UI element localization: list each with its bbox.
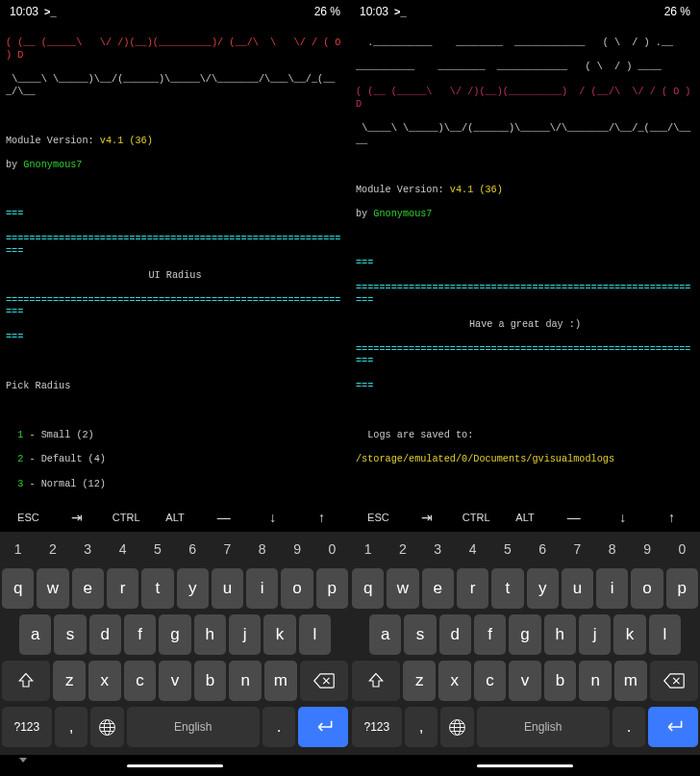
key-h[interactable]: h <box>544 614 576 655</box>
extrakey-alt[interactable]: ALT <box>151 512 200 523</box>
key-1[interactable]: 1 <box>2 536 34 563</box>
key-n[interactable]: n <box>229 661 262 701</box>
key-r[interactable]: r <box>107 568 138 609</box>
key-v[interactable]: v <box>159 661 191 701</box>
key-language[interactable] <box>440 707 474 747</box>
key-symbols[interactable]: ?123 <box>2 707 52 747</box>
key-n[interactable]: n <box>579 661 612 701</box>
key-l[interactable]: l <box>649 614 681 655</box>
key-comma[interactable]: , <box>55 707 88 747</box>
key-f[interactable]: f <box>474 614 506 655</box>
key-m[interactable]: m <box>614 661 647 701</box>
extrakey-ctrl[interactable]: CTRL <box>452 512 501 523</box>
key-space[interactable]: English <box>477 707 610 747</box>
key-g[interactable]: g <box>159 614 190 655</box>
terminal-left[interactable]: ( (__ (_____\ \/ /)(__)(_________)/ (__/… <box>0 23 350 503</box>
key-q[interactable]: q <box>2 568 34 609</box>
key-t[interactable]: t <box>141 568 173 609</box>
key-shift[interactable] <box>2 661 50 701</box>
key-5[interactable]: 5 <box>141 536 173 563</box>
key-u[interactable]: u <box>212 568 243 609</box>
extrakey-tab[interactable]: ⇥ <box>403 510 452 525</box>
key-enter[interactable] <box>298 707 348 747</box>
key-9[interactable]: 9 <box>281 536 312 563</box>
terminal-right[interactable]: .__________ ________ ____________ ( \ / … <box>350 23 700 503</box>
key-2[interactable]: 2 <box>37 536 68 563</box>
key-g[interactable]: g <box>509 614 540 655</box>
key-8[interactable]: 8 <box>596 536 628 563</box>
key-s[interactable]: s <box>404 614 436 655</box>
key-k[interactable]: k <box>613 614 645 655</box>
key-a[interactable]: a <box>369 614 401 655</box>
key-x[interactable]: x <box>88 661 121 701</box>
key-0[interactable]: 0 <box>316 536 348 563</box>
key-e[interactable]: e <box>72 568 104 609</box>
key-4[interactable]: 4 <box>107 536 138 563</box>
key-w[interactable]: w <box>387 568 418 609</box>
key-4[interactable]: 4 <box>457 536 488 563</box>
key-j[interactable]: j <box>579 614 611 655</box>
extrakey-dash[interactable]: ― <box>199 510 248 525</box>
key-period[interactable]: . <box>262 707 296 747</box>
key-o[interactable]: o <box>631 568 662 609</box>
extrakey-ctrl[interactable]: CTRL <box>102 512 151 523</box>
key-1[interactable]: 1 <box>352 536 384 563</box>
key-l[interactable]: l <box>299 614 331 655</box>
extrakey-down[interactable]: ↓ <box>598 510 647 525</box>
key-w[interactable]: w <box>37 568 68 609</box>
key-v[interactable]: v <box>509 661 541 701</box>
key-d[interactable]: d <box>439 614 471 655</box>
extrakey-esc[interactable]: ESC <box>354 512 403 523</box>
key-f[interactable]: f <box>124 614 156 655</box>
key-6[interactable]: 6 <box>177 536 209 563</box>
extrakey-alt[interactable]: ALT <box>501 512 550 523</box>
key-9[interactable]: 9 <box>631 536 662 563</box>
key-o[interactable]: o <box>281 568 312 609</box>
key-comma[interactable]: , <box>405 707 438 747</box>
key-space[interactable]: English <box>127 707 260 747</box>
key-b[interactable]: b <box>194 661 227 701</box>
key-y[interactable]: y <box>177 568 209 609</box>
extrakey-tab[interactable]: ⇥ <box>53 510 102 525</box>
extrakey-esc[interactable]: ESC <box>4 512 53 523</box>
key-shift[interactable] <box>352 661 400 701</box>
key-h[interactable]: h <box>194 614 226 655</box>
key-i[interactable]: i <box>246 568 278 609</box>
key-3[interactable]: 3 <box>72 536 104 563</box>
extrakey-down[interactable]: ↓ <box>248 510 297 525</box>
extrakey-dash[interactable]: ― <box>549 510 598 525</box>
key-2[interactable]: 2 <box>387 536 418 563</box>
key-d[interactable]: d <box>89 614 121 655</box>
key-backspace[interactable] <box>300 661 348 701</box>
extrakey-up[interactable]: ↑ <box>647 510 696 525</box>
key-z[interactable]: z <box>53 661 86 701</box>
key-m[interactable]: m <box>264 661 297 701</box>
key-enter[interactable] <box>648 707 698 747</box>
key-r[interactable]: r <box>457 568 488 609</box>
key-7[interactable]: 7 <box>562 536 593 563</box>
key-a[interactable]: a <box>19 614 51 655</box>
key-8[interactable]: 8 <box>246 536 278 563</box>
key-y[interactable]: y <box>527 568 559 609</box>
key-c[interactable]: c <box>474 661 507 701</box>
key-t[interactable]: t <box>491 568 523 609</box>
key-u[interactable]: u <box>562 568 593 609</box>
key-s[interactable]: s <box>54 614 86 655</box>
key-7[interactable]: 7 <box>212 536 243 563</box>
key-z[interactable]: z <box>403 661 436 701</box>
extrakey-up[interactable]: ↑ <box>297 510 346 525</box>
key-j[interactable]: j <box>229 614 261 655</box>
key-6[interactable]: 6 <box>527 536 559 563</box>
key-x[interactable]: x <box>438 661 471 701</box>
key-b[interactable]: b <box>544 661 577 701</box>
key-p[interactable]: p <box>316 568 348 609</box>
key-k[interactable]: k <box>263 614 295 655</box>
key-p[interactable]: p <box>666 568 698 609</box>
nav-pill[interactable] <box>477 764 573 767</box>
key-symbols[interactable]: ?123 <box>352 707 402 747</box>
key-backspace[interactable] <box>650 661 698 701</box>
key-0[interactable]: 0 <box>666 536 698 563</box>
nav-pill[interactable] <box>127 764 223 767</box>
key-language[interactable] <box>90 707 124 747</box>
key-3[interactable]: 3 <box>422 536 454 563</box>
